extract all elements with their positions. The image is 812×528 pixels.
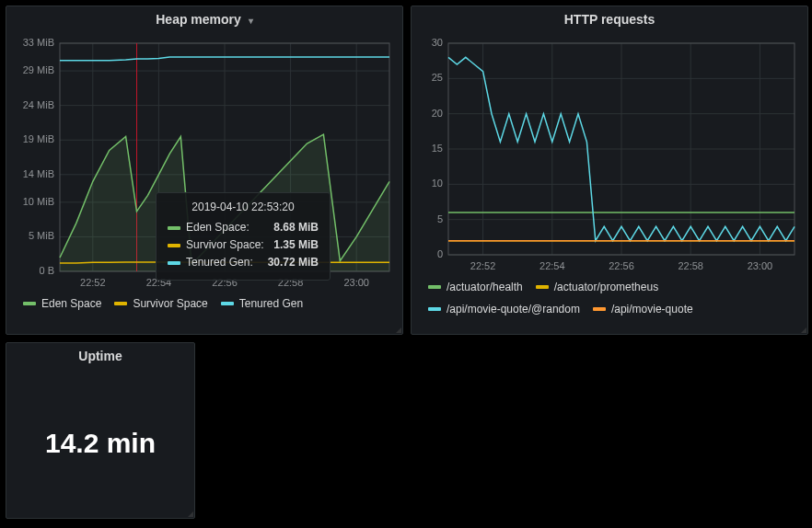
legend-item[interactable]: Eden Space xyxy=(23,297,101,310)
resize-handle[interactable] xyxy=(799,326,806,333)
svg-text:22:52: 22:52 xyxy=(470,260,496,271)
swatch xyxy=(23,302,36,305)
svg-text:25: 25 xyxy=(432,72,443,83)
svg-text:0: 0 xyxy=(437,248,443,259)
swatch xyxy=(114,302,127,305)
panel-title-text: HTTP requests xyxy=(564,12,655,27)
panel-title-http: HTTP requests xyxy=(412,6,807,32)
panel-http-requests[interactable]: HTTP requests 05101520253022:5222:5422:5… xyxy=(411,6,808,335)
legend-item[interactable]: Tenured Gen xyxy=(221,297,303,310)
svg-text:5: 5 xyxy=(437,213,443,224)
panel-heap-memory[interactable]: Heap memory ▾ 0 B5 MiB10 MiB14 MiB19 MiB… xyxy=(6,6,403,335)
chevron-down-icon: ▾ xyxy=(249,16,253,26)
legend-item[interactable]: /api/movie-quote xyxy=(593,303,693,316)
swatch xyxy=(536,285,549,289)
svg-text:5 MiB: 5 MiB xyxy=(29,230,54,241)
svg-text:24 MiB: 24 MiB xyxy=(23,99,54,110)
svg-text:14 MiB: 14 MiB xyxy=(23,168,54,179)
svg-text:33 MiB: 33 MiB xyxy=(23,37,54,48)
swatch xyxy=(428,307,441,311)
resize-handle[interactable] xyxy=(394,326,401,333)
panel-uptime[interactable]: Uptime 14.2 min xyxy=(6,342,195,519)
svg-text:0 B: 0 B xyxy=(39,265,54,276)
svg-text:22:56: 22:56 xyxy=(609,260,634,271)
legend-label: /actuator/health xyxy=(447,281,523,293)
legend-label: Tenured Gen xyxy=(239,297,303,310)
svg-text:10 MiB: 10 MiB xyxy=(23,196,54,207)
swatch xyxy=(593,307,606,311)
legend-label: /actuator/prometheus xyxy=(554,281,658,293)
chart-tooltip: 2019-04-10 22:53:20 Eden Space:8.68 MiBS… xyxy=(156,192,331,281)
svg-text:23:00: 23:00 xyxy=(748,260,773,271)
svg-text:30: 30 xyxy=(432,37,443,48)
legend-label: Eden Space xyxy=(41,297,101,310)
chart-http[interactable]: 05101520253022:5222:5422:5622:5823:00 xyxy=(421,36,798,275)
panel-title-heap[interactable]: Heap memory ▾ xyxy=(6,6,402,32)
swatch xyxy=(221,302,234,305)
legend-item[interactable]: /api/movie-quote/@random xyxy=(428,303,580,316)
panel-title-text: Uptime xyxy=(78,349,122,363)
chart-heap[interactable]: 0 B5 MiB10 MiB14 MiB19 MiB24 MiB29 MiB33… xyxy=(16,36,393,292)
svg-text:29 MiB: 29 MiB xyxy=(23,64,54,75)
svg-text:19 MiB: 19 MiB xyxy=(23,133,54,144)
legend-item[interactable]: Survivor Space xyxy=(114,297,207,310)
tooltip-time: 2019-04-10 22:53:20 xyxy=(168,201,319,213)
svg-text:22:58: 22:58 xyxy=(678,260,703,271)
resize-handle[interactable] xyxy=(186,510,193,517)
legend-label: /api/movie-quote/@random xyxy=(447,303,580,316)
panel-title-text: Heap memory xyxy=(156,12,241,27)
legend-http: /actuator/health /actuator/prometheus /a… xyxy=(412,275,807,323)
panel-title-uptime: Uptime xyxy=(6,343,194,369)
swatch xyxy=(428,285,441,289)
uptime-value: 14.2 min xyxy=(6,369,194,518)
legend-label: Survivor Space xyxy=(133,297,207,310)
svg-text:20: 20 xyxy=(432,108,443,119)
svg-text:22:52: 22:52 xyxy=(80,277,106,288)
legend-item[interactable]: /actuator/prometheus xyxy=(536,281,658,293)
svg-text:22:54: 22:54 xyxy=(539,260,565,271)
legend-label: /api/movie-quote xyxy=(611,303,693,316)
legend-item[interactable]: /actuator/health xyxy=(428,281,523,293)
legend-heap: Eden Space Survivor Space Tenured Gen xyxy=(6,292,402,317)
svg-text:23:00: 23:00 xyxy=(343,277,369,288)
svg-text:15: 15 xyxy=(432,143,443,154)
svg-text:10: 10 xyxy=(432,178,443,189)
http-chart-svg: 05101520253022:5222:5422:5622:5823:00 xyxy=(421,36,800,275)
